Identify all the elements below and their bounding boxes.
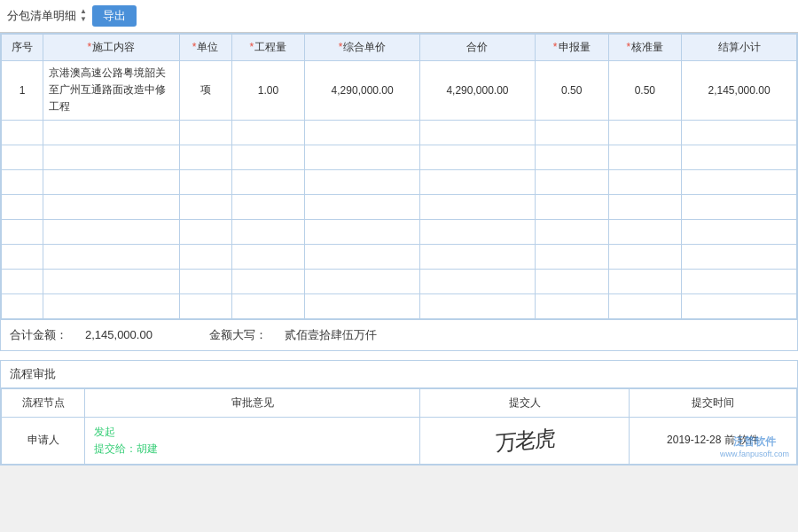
amount-value: 贰佰壹拾肆伍万仟	[285, 327, 377, 343]
approval-section: 流程审批 流程节点 审批意见 提交人 提交时间 申请人 发起 提交给：胡建	[0, 360, 798, 466]
approval-row: 申请人 发起 提交给：胡建 万老虎 2019-12-28 前 软件 泛普软件 w…	[2, 417, 797, 464]
approval-time: 2019-12-28 前 软件 泛普软件 www.fanpusoft.com	[630, 417, 797, 464]
cell-quantity: 1.00	[231, 61, 305, 121]
approval-node: 申请人	[2, 417, 85, 464]
header-seq: 序号	[2, 35, 43, 61]
cell-subtotal: 2,145,000.00	[682, 61, 797, 121]
logo-bottom: www.fanpusoft.com	[720, 450, 789, 460]
cell-unit: 项	[179, 61, 231, 121]
header-content: *施工内容	[43, 35, 179, 61]
cell-content: 京港澳高速公路粤境韶关至广州互通路面改造中修工程	[43, 61, 179, 121]
table-row-empty	[2, 120, 797, 145]
approval-section-title: 流程审批	[1, 361, 797, 388]
toolbar-title-text: 分包清单明细	[7, 8, 76, 24]
approval-header-time: 提交时间	[630, 388, 797, 417]
sort-icon[interactable]: ▲ ▼	[80, 8, 87, 24]
table-section: 序号 *施工内容 *单位 *工程量 *综合单价 合价 *申报量 *核准量 结算小…	[0, 33, 798, 351]
table-row-empty	[2, 145, 797, 169]
amount-label: 金额大写：	[209, 327, 267, 343]
header-subtotal: 结算小计	[682, 35, 797, 61]
approval-header-row: 流程节点 审批意见 提交人 提交时间	[2, 388, 797, 417]
opinion-line2: 提交给：胡建	[94, 442, 411, 457]
cell-declared: 0.50	[535, 61, 608, 121]
toolbar: 分包清单明细 ▲ ▼ 导出	[0, 0, 798, 33]
table-row-empty	[2, 244, 797, 269]
main-container: 分包清单明细 ▲ ▼ 导出 序号 *施工内容 *单位 *工程量 *综合单价 合价…	[0, 0, 798, 466]
total-row: 合计金额： 2,145,000.00 金额大写： 贰佰壹拾肆伍万仟	[1, 319, 797, 350]
approval-table: 流程节点 审批意见 提交人 提交时间 申请人 发起 提交给：胡建 万老虎	[1, 388, 797, 465]
table-row-empty	[2, 194, 797, 219]
logo-top: 泛普软件	[720, 435, 789, 450]
cell-total: 4,290,000.00	[420, 61, 536, 121]
cell-seq: 1	[2, 61, 43, 121]
header-quantity: *工程量	[231, 35, 305, 61]
logo-watermark: 泛普软件 www.fanpusoft.com	[720, 435, 789, 459]
header-approved: *核准量	[608, 35, 682, 61]
table-row-empty	[2, 293, 797, 318]
header-unit-price: *综合单价	[305, 35, 420, 61]
header-total: 合价	[420, 35, 536, 61]
header-unit: *单位	[179, 35, 231, 61]
cell-approved: 0.50	[608, 61, 682, 121]
header-declared: *申报量	[535, 35, 608, 61]
approval-header-opinion: 审批意见	[85, 388, 420, 417]
total-label: 合计金额：	[10, 327, 67, 343]
approval-header-node: 流程节点	[2, 388, 85, 417]
total-value: 2,145,000.00	[85, 328, 192, 341]
data-table: 序号 *施工内容 *单位 *工程量 *综合单价 合价 *申报量 *核准量 结算小…	[1, 34, 797, 319]
approval-header-submitter: 提交人	[420, 388, 630, 417]
toolbar-title: 分包清单明细 ▲ ▼	[7, 8, 87, 24]
table-row-empty	[2, 269, 797, 293]
table-row: 1 京港澳高速公路粤境韶关至广州互通路面改造中修工程 项 1.00 4,290,…	[2, 61, 797, 121]
signature: 万老虎	[496, 424, 554, 458]
approval-opinion: 发起 提交给：胡建	[85, 417, 420, 464]
cell-unit-price: 4,290,000.00	[305, 61, 420, 121]
table-header-row: 序号 *施工内容 *单位 *工程量 *综合单价 合价 *申报量 *核准量 结算小…	[2, 35, 797, 61]
approval-submitter: 万老虎	[420, 417, 630, 464]
table-row-empty	[2, 169, 797, 194]
table-row-empty	[2, 219, 797, 244]
export-button[interactable]: 导出	[92, 5, 137, 27]
opinion-line1: 发起	[94, 425, 411, 440]
